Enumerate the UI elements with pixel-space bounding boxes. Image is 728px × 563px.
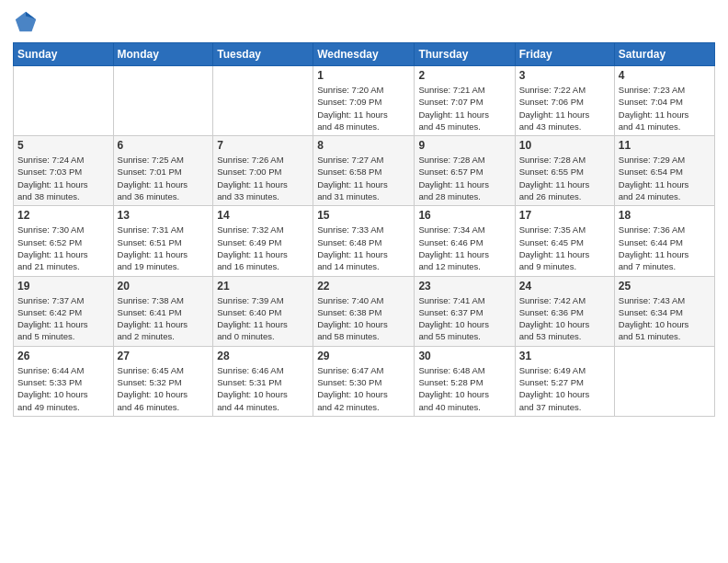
- day-number: 24: [519, 280, 610, 293]
- day-number: 17: [519, 209, 610, 222]
- day-info: Sunrise: 7:29 AM Sunset: 6:54 PM Dayligh…: [619, 154, 711, 202]
- week-row-0: 1Sunrise: 7:20 AM Sunset: 7:09 PM Daylig…: [14, 66, 715, 136]
- day-info: Sunrise: 7:20 AM Sunset: 7:09 PM Dayligh…: [317, 84, 410, 132]
- day-number: 28: [217, 350, 309, 362]
- day-cell: 22Sunrise: 7:40 AM Sunset: 6:38 PM Dayli…: [313, 276, 415, 346]
- day-cell: 8Sunrise: 7:27 AM Sunset: 6:58 PM Daylig…: [313, 136, 415, 206]
- calendar: SundayMondayTuesdayWednesdayThursdayFrid…: [13, 42, 715, 417]
- day-number: 27: [118, 350, 210, 362]
- weekday-header-thursday: Thursday: [415, 43, 515, 66]
- day-cell: 14Sunrise: 7:32 AM Sunset: 6:49 PM Dayli…: [213, 206, 313, 276]
- day-cell: 17Sunrise: 7:35 AM Sunset: 6:45 PM Dayli…: [515, 206, 614, 276]
- day-number: 16: [418, 209, 510, 222]
- day-cell: 25Sunrise: 7:43 AM Sunset: 6:34 PM Dayli…: [614, 276, 714, 346]
- day-number: 30: [418, 350, 510, 362]
- day-cell: 30Sunrise: 6:48 AM Sunset: 5:28 PM Dayli…: [415, 346, 515, 416]
- day-number: 8: [317, 139, 410, 152]
- day-info: Sunrise: 6:47 AM Sunset: 5:30 PM Dayligh…: [317, 364, 410, 413]
- header: [13, 9, 715, 35]
- day-number: 22: [317, 280, 410, 293]
- day-number: 5: [17, 139, 109, 152]
- day-number: 12: [17, 209, 109, 222]
- day-cell: 21Sunrise: 7:39 AM Sunset: 6:40 PM Dayli…: [213, 276, 313, 346]
- day-cell: 24Sunrise: 7:42 AM Sunset: 6:36 PM Dayli…: [515, 276, 614, 346]
- day-cell: 10Sunrise: 7:28 AM Sunset: 6:55 PM Dayli…: [515, 136, 614, 206]
- day-number: 15: [317, 209, 410, 222]
- day-cell: 26Sunrise: 6:44 AM Sunset: 5:33 PM Dayli…: [14, 346, 114, 416]
- day-cell: 1Sunrise: 7:20 AM Sunset: 7:09 PM Daylig…: [313, 66, 415, 136]
- logo-icon: [13, 9, 39, 35]
- day-number: 18: [619, 209, 711, 222]
- day-cell: 28Sunrise: 6:46 AM Sunset: 5:31 PM Dayli…: [213, 346, 313, 416]
- weekday-header-sunday: Sunday: [14, 43, 114, 66]
- weekday-header-saturday: Saturday: [614, 43, 714, 66]
- day-cell: 6Sunrise: 7:25 AM Sunset: 7:01 PM Daylig…: [113, 136, 213, 206]
- weekday-header-tuesday: Tuesday: [213, 43, 313, 66]
- day-info: Sunrise: 6:49 AM Sunset: 5:27 PM Dayligh…: [519, 364, 610, 413]
- day-info: Sunrise: 7:36 AM Sunset: 6:44 PM Dayligh…: [619, 224, 711, 272]
- day-info: Sunrise: 7:37 AM Sunset: 6:42 PM Dayligh…: [17, 294, 109, 343]
- day-cell: 23Sunrise: 7:41 AM Sunset: 6:37 PM Dayli…: [415, 276, 515, 346]
- day-info: Sunrise: 7:34 AM Sunset: 6:46 PM Dayligh…: [418, 224, 510, 272]
- day-number: 7: [217, 139, 309, 152]
- day-info: Sunrise: 6:46 AM Sunset: 5:31 PM Dayligh…: [217, 364, 309, 413]
- day-number: 3: [519, 69, 610, 82]
- day-info: Sunrise: 7:43 AM Sunset: 6:34 PM Dayligh…: [619, 294, 711, 343]
- day-number: 9: [418, 139, 510, 152]
- day-info: Sunrise: 7:23 AM Sunset: 7:04 PM Dayligh…: [619, 84, 711, 132]
- page: SundayMondayTuesdayWednesdayThursdayFrid…: [0, 0, 728, 563]
- day-number: 14: [217, 209, 309, 222]
- day-cell: [113, 66, 213, 136]
- day-info: Sunrise: 7:40 AM Sunset: 6:38 PM Dayligh…: [317, 294, 410, 343]
- day-number: 6: [118, 139, 210, 152]
- week-row-2: 12Sunrise: 7:30 AM Sunset: 6:52 PM Dayli…: [14, 206, 715, 276]
- weekday-header-monday: Monday: [113, 43, 213, 66]
- day-cell: 31Sunrise: 6:49 AM Sunset: 5:27 PM Dayli…: [515, 346, 614, 416]
- week-row-3: 19Sunrise: 7:37 AM Sunset: 6:42 PM Dayli…: [14, 276, 715, 346]
- day-info: Sunrise: 7:39 AM Sunset: 6:40 PM Dayligh…: [217, 294, 309, 343]
- day-number: 4: [619, 69, 711, 82]
- day-number: 20: [118, 280, 210, 293]
- day-info: Sunrise: 7:25 AM Sunset: 7:01 PM Dayligh…: [118, 154, 210, 202]
- day-info: Sunrise: 7:26 AM Sunset: 7:00 PM Dayligh…: [217, 154, 309, 202]
- day-number: 25: [619, 280, 711, 293]
- day-info: Sunrise: 7:30 AM Sunset: 6:52 PM Dayligh…: [17, 224, 109, 272]
- day-info: Sunrise: 7:41 AM Sunset: 6:37 PM Dayligh…: [418, 294, 510, 343]
- day-cell: 11Sunrise: 7:29 AM Sunset: 6:54 PM Dayli…: [614, 136, 714, 206]
- day-number: 19: [17, 280, 109, 293]
- day-number: 31: [519, 350, 610, 362]
- logo: [13, 9, 42, 35]
- weekday-header-wednesday: Wednesday: [313, 43, 415, 66]
- day-number: 2: [418, 69, 510, 82]
- day-cell: 27Sunrise: 6:45 AM Sunset: 5:32 PM Dayli…: [113, 346, 213, 416]
- day-info: Sunrise: 7:35 AM Sunset: 6:45 PM Dayligh…: [519, 224, 610, 272]
- day-cell: 9Sunrise: 7:28 AM Sunset: 6:57 PM Daylig…: [415, 136, 515, 206]
- day-cell: 7Sunrise: 7:26 AM Sunset: 7:00 PM Daylig…: [213, 136, 313, 206]
- day-info: Sunrise: 6:45 AM Sunset: 5:32 PM Dayligh…: [118, 364, 210, 413]
- day-cell: 13Sunrise: 7:31 AM Sunset: 6:51 PM Dayli…: [113, 206, 213, 276]
- day-info: Sunrise: 7:32 AM Sunset: 6:49 PM Dayligh…: [217, 224, 309, 272]
- day-cell: 15Sunrise: 7:33 AM Sunset: 6:48 PM Dayli…: [313, 206, 415, 276]
- day-info: Sunrise: 6:44 AM Sunset: 5:33 PM Dayligh…: [17, 364, 109, 413]
- day-cell: 16Sunrise: 7:34 AM Sunset: 6:46 PM Dayli…: [415, 206, 515, 276]
- week-row-4: 26Sunrise: 6:44 AM Sunset: 5:33 PM Dayli…: [14, 346, 715, 416]
- day-cell: 18Sunrise: 7:36 AM Sunset: 6:44 PM Dayli…: [614, 206, 714, 276]
- day-number: 1: [317, 69, 410, 82]
- weekday-header-row: SundayMondayTuesdayWednesdayThursdayFrid…: [14, 43, 715, 66]
- day-number: 23: [418, 280, 510, 293]
- day-info: Sunrise: 7:33 AM Sunset: 6:48 PM Dayligh…: [317, 224, 410, 272]
- day-info: Sunrise: 7:31 AM Sunset: 6:51 PM Dayligh…: [118, 224, 210, 272]
- day-cell: 4Sunrise: 7:23 AM Sunset: 7:04 PM Daylig…: [614, 66, 714, 136]
- day-info: Sunrise: 7:22 AM Sunset: 7:06 PM Dayligh…: [519, 84, 610, 132]
- day-number: 26: [17, 350, 109, 362]
- day-number: 10: [519, 139, 610, 152]
- day-number: 11: [619, 139, 711, 152]
- day-cell: 12Sunrise: 7:30 AM Sunset: 6:52 PM Dayli…: [14, 206, 114, 276]
- day-cell: [213, 66, 313, 136]
- day-cell: 3Sunrise: 7:22 AM Sunset: 7:06 PM Daylig…: [515, 66, 614, 136]
- day-info: Sunrise: 7:27 AM Sunset: 6:58 PM Dayligh…: [317, 154, 410, 202]
- day-cell: 5Sunrise: 7:24 AM Sunset: 7:03 PM Daylig…: [14, 136, 114, 206]
- day-cell: 2Sunrise: 7:21 AM Sunset: 7:07 PM Daylig…: [415, 66, 515, 136]
- day-info: Sunrise: 7:28 AM Sunset: 6:57 PM Dayligh…: [418, 154, 510, 202]
- day-info: Sunrise: 7:28 AM Sunset: 6:55 PM Dayligh…: [519, 154, 610, 202]
